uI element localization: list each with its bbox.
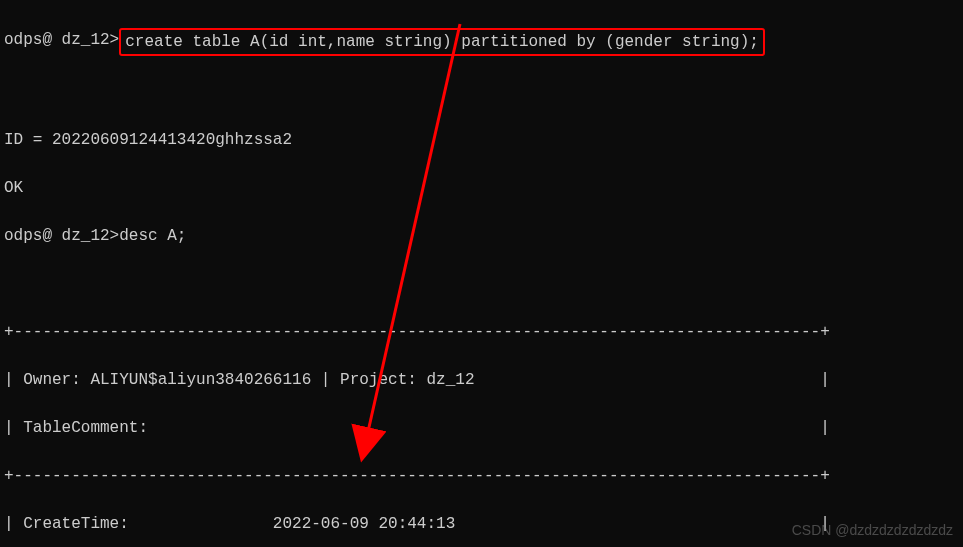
terminal-output: odps@ dz_12>create table A(id int,name s… (4, 4, 959, 547)
table-divider: +---------------------------------------… (4, 464, 959, 488)
blank-line (4, 80, 959, 104)
desc-command: desc A; (119, 224, 186, 248)
table-comment-row: | TableComment: | (4, 416, 959, 440)
owner-row: | Owner: ALIYUN$aliyun3840266116 | Proje… (4, 368, 959, 392)
table-divider: +---------------------------------------… (4, 320, 959, 344)
ok-output: OK (4, 176, 959, 200)
watermark: CSDN @dzdzdzdzdzdzdz (792, 520, 953, 541)
prompt-prefix-2: odps@ dz_12> (4, 224, 119, 248)
prompt-prefix: odps@ dz_12> (4, 28, 119, 52)
blank-line-2 (4, 272, 959, 296)
create-table-command: create table A(id int,name string) parti… (119, 28, 765, 56)
id-output: ID = 20220609124413420ghhzssa2 (4, 128, 959, 152)
